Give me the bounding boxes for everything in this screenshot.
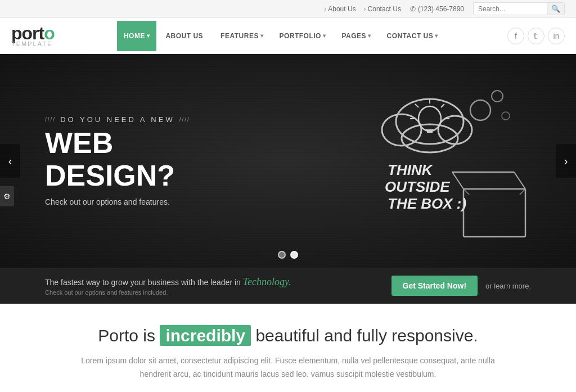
bottom-banner: The fastest way to grow your business wi… (0, 268, 576, 304)
svg-line-9 (415, 104, 418, 107)
svg-text:OUTSIDE: OUTSIDE (385, 178, 450, 195)
svg-point-2 (438, 116, 472, 144)
svg-line-23 (464, 189, 469, 195)
header: porto template HOME ABOUT US FEATURES PO… (0, 18, 576, 54)
banner-tech-word: Technology. (243, 276, 291, 287)
slider-dot-1[interactable] (278, 251, 286, 259)
nav-item-portfolio[interactable]: PORTFOLIO (272, 21, 332, 51)
hero-slider: DO YOU NEED A NEW WEB DESIGN? Check out … (0, 54, 576, 268)
features-section: Porto is incredibly beautiful and fully … (0, 304, 576, 392)
svg-line-19 (452, 172, 464, 189)
main-nav: HOME ABOUT US FEATURES PORTFOLIO PAGES C… (117, 21, 445, 51)
svg-line-20 (514, 172, 525, 189)
logo: porto template (11, 24, 55, 47)
search-button[interactable]: 🔍 (547, 3, 564, 15)
banner-text-block: The fastest way to grow your business wi… (45, 276, 291, 296)
get-started-button[interactable]: Get Started Now! (392, 276, 478, 296)
search-input[interactable] (474, 3, 547, 15)
features-title: Porto is incredibly beautiful and fully … (45, 326, 531, 345)
svg-rect-18 (464, 189, 525, 237)
logo-name: porto (11, 24, 55, 42)
top-bar-about-link[interactable]: About Us (324, 5, 356, 13)
facebook-icon[interactable]: f (507, 28, 524, 44)
top-bar-search: 🔍 (473, 2, 565, 15)
banner-main-text: The fastest way to grow your business wi… (45, 276, 291, 288)
svg-line-24 (520, 189, 525, 195)
nav-item-about[interactable]: ABOUT US (159, 21, 212, 51)
sidebar-toggle[interactable]: ⚙ (0, 186, 14, 206)
banner-sub-text: Check out our options and features inclu… (45, 289, 291, 296)
hero-description: Check out our options and features. (45, 197, 236, 206)
slider-next-button[interactable]: › (556, 144, 576, 178)
svg-text:THINK: THINK (388, 161, 434, 178)
nav-item-features[interactable]: FEATURES (214, 21, 270, 51)
nav-item-pages[interactable]: PAGES (335, 21, 377, 51)
svg-text:THE BOX :): THE BOX :) (388, 195, 466, 212)
banner-actions: Get Started Now! or learn more. (392, 276, 532, 296)
svg-point-13 (492, 91, 503, 102)
hero-illustration: THINK OUTSIDE THE BOX :) (306, 71, 542, 251)
nav-item-home[interactable]: HOME (117, 21, 157, 51)
gear-icon: ⚙ (3, 192, 11, 201)
slider-dots (278, 251, 298, 259)
top-bar-contact-link[interactable]: Contact Us (364, 5, 401, 13)
top-bar-phone: (123) 456-7890 (410, 5, 464, 13)
twitter-icon[interactable]: 𝕥 (528, 28, 544, 44)
features-title-highlight: incredibly (160, 325, 251, 346)
hero-subtitle: DO YOU NEED A NEW (45, 115, 236, 124)
social-icons: f 𝕥 in (507, 28, 565, 44)
svg-point-4 (418, 106, 441, 131)
nav-item-contact[interactable]: CONTACT US (380, 21, 445, 51)
slider-prev-button[interactable]: ‹ (0, 144, 20, 178)
learn-more-link[interactable]: or learn more. (485, 282, 531, 290)
svg-point-3 (402, 124, 458, 152)
svg-point-12 (470, 100, 490, 120)
logo-tagline: template (11, 40, 52, 47)
features-description: Lorem ipsum dolor sit amet, consectetur … (69, 354, 507, 381)
linkedin-icon[interactable]: in (548, 28, 565, 44)
svg-point-14 (502, 112, 510, 120)
top-bar: About Us Contact Us (123) 456-7890 🔍 (0, 0, 576, 18)
hero-title: WEB DESIGN? (45, 127, 236, 191)
svg-line-8 (441, 104, 444, 107)
features-title-after: beautiful and fully responsive. (255, 326, 478, 345)
hero-content: DO YOU NEED A NEW WEB DESIGN? Check out … (0, 115, 281, 206)
top-bar-links: About Us Contact Us (324, 5, 401, 13)
slider-dot-2[interactable] (290, 251, 298, 259)
banner-text-before: The fastest way to grow your business wi… (45, 278, 241, 287)
features-title-before: Porto is (98, 326, 155, 345)
